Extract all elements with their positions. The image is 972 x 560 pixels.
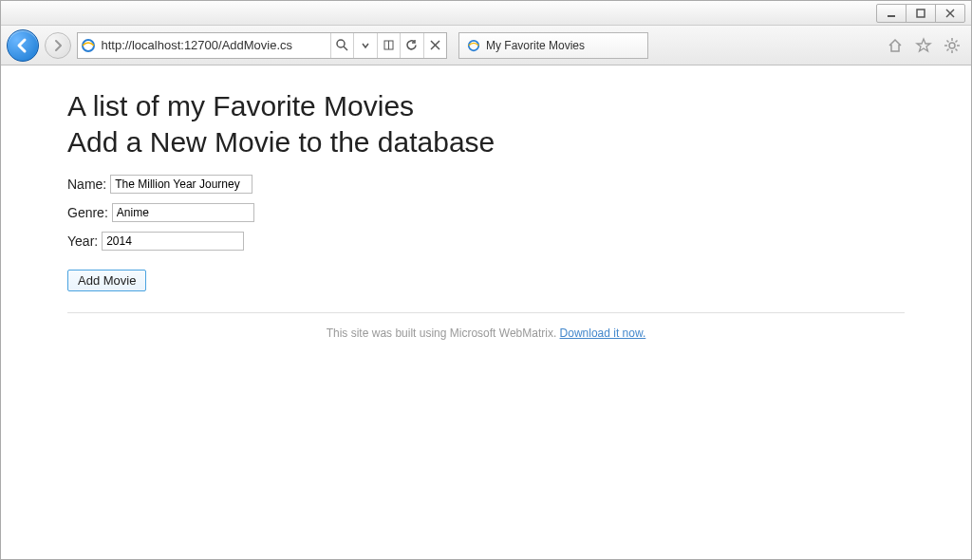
footer-text: This site was built using Microsoft WebM… — [327, 327, 560, 340]
star-icon — [915, 37, 932, 54]
svg-point-4 — [83, 40, 94, 51]
browser-tab[interactable]: My Favorite Movies — [458, 32, 648, 59]
page-viewport: A list of my Favorite Movies Add a New M… — [1, 65, 971, 560]
form-row-year: Year: — [67, 232, 905, 251]
page-heading-2: Add a New Movie to the database — [67, 124, 905, 160]
genre-label: Genre: — [67, 205, 108, 220]
window-titlebar — [1, 1, 971, 26]
svg-line-19 — [956, 40, 958, 42]
home-icon — [887, 37, 904, 54]
svg-line-20 — [947, 48, 949, 50]
ie-logo-icon — [78, 38, 99, 53]
year-label: Year: — [67, 233, 98, 249]
home-button[interactable] — [884, 34, 907, 57]
form-row-name: Name: — [67, 175, 905, 194]
url-input[interactable] — [99, 33, 330, 58]
svg-rect-1 — [917, 9, 925, 17]
compat-icon — [383, 39, 395, 51]
maximize-icon — [916, 9, 925, 18]
back-button[interactable] — [7, 29, 39, 62]
refresh-button[interactable] — [400, 33, 422, 58]
svg-point-12 — [949, 43, 955, 48]
x-icon — [430, 40, 440, 50]
svg-line-6 — [344, 47, 347, 50]
arrow-left-icon — [14, 37, 31, 54]
favorites-button[interactable] — [912, 34, 935, 57]
browser-toolbar: My Favorite Movies — [1, 26, 971, 65]
svg-line-18 — [956, 48, 958, 50]
minimize-icon — [887, 9, 896, 18]
footer-download-link[interactable]: Download it now. — [560, 327, 646, 340]
page-heading-1: A list of my Favorite Movies — [67, 88, 905, 124]
window-minimize-button[interactable] — [876, 4, 907, 23]
add-movie-button[interactable]: Add Movie — [67, 270, 146, 291]
search-button[interactable] — [330, 33, 353, 58]
arrow-right-icon — [51, 39, 65, 52]
forward-button[interactable] — [45, 32, 71, 59]
close-icon — [945, 9, 955, 18]
tools-button[interactable] — [941, 34, 963, 57]
svg-line-17 — [947, 40, 949, 42]
gear-icon — [944, 37, 961, 54]
window-close-button[interactable] — [935, 4, 965, 23]
tab-title: My Favorite Movies — [486, 39, 585, 52]
separator — [67, 312, 905, 313]
name-label: Name: — [67, 177, 106, 192]
refresh-icon — [405, 39, 418, 51]
window-maximize-button[interactable] — [906, 4, 936, 23]
search-icon — [336, 39, 348, 51]
svg-point-11 — [469, 40, 479, 50]
genre-input[interactable] — [112, 203, 254, 222]
chevron-down-icon — [362, 42, 369, 49]
address-bar — [77, 32, 447, 59]
svg-point-5 — [337, 40, 345, 47]
dropdown-button[interactable] — [353, 33, 376, 58]
name-input[interactable] — [110, 175, 252, 194]
stop-button[interactable] — [423, 33, 446, 58]
form-row-genre: Genre: — [67, 203, 905, 222]
ie-logo-icon — [467, 39, 480, 52]
page-footer: This site was built using Microsoft WebM… — [67, 327, 905, 340]
compat-view-button[interactable] — [377, 33, 400, 58]
year-input[interactable] — [102, 232, 244, 251]
